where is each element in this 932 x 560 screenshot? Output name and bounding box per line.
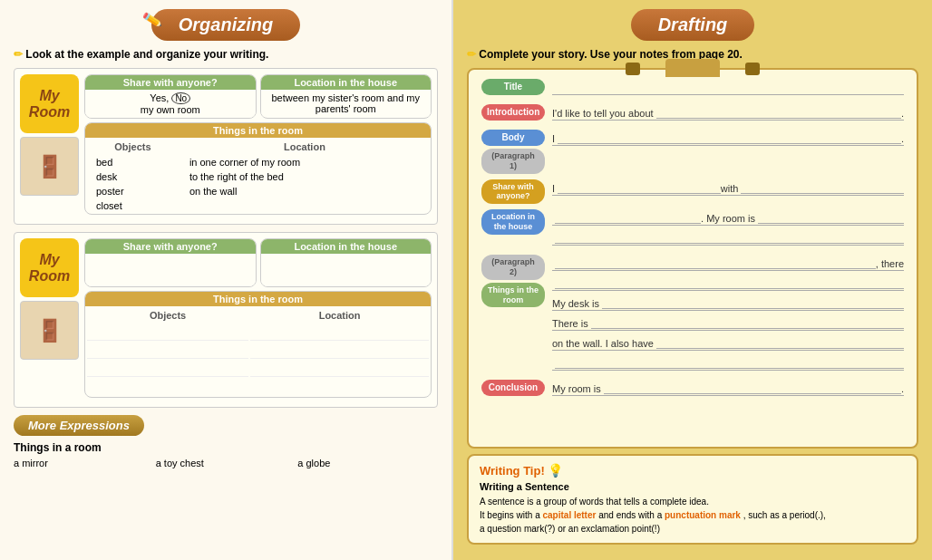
share-fill2 [741,182,904,194]
share-row: Share with anyone? I with [481,179,904,205]
my-room-badge-practice: My Room [20,238,79,297]
para2-fill1 [555,257,876,269]
title-line[interactable] [552,79,904,95]
list-item: a mirror [14,458,154,468]
location-fill3 [555,232,904,244]
right-panel: Drafting ✏ Complete your story. Use your… [453,0,932,560]
practice-location-box: Location in the house [260,238,432,287]
share-line[interactable]: I with [552,179,904,196]
conclusion-text: My room is [552,383,601,394]
para2-row: (Paragraph 2) Things in the room , there [481,255,904,374]
writing-tip-subtitle: Writing a Sentence [480,481,906,492]
things-header-example: Things in the room [85,123,431,138]
practice-things-table: Objects Location [85,306,431,397]
thereis-fill [591,317,904,329]
conclusion-fill [604,382,901,394]
conclusion-line[interactable]: My room is . [552,380,904,396]
practice-box: My Room 🚪 Share with anyone? Location in… [14,232,438,408]
practice-top: My Room 🚪 Share with anyone? Location in… [20,238,432,398]
practice-location-col: Location [250,308,429,323]
list-item: a toy chest [156,458,296,468]
title-label: Title [481,79,545,95]
location-label: Location in the house [481,209,545,235]
onwall-text: on the wall. I also have [552,338,654,349]
room-illustration-practice: 🚪 [20,301,79,360]
onwall-fill [656,337,904,349]
more-expressions-label: More Expressions [14,415,144,436]
clipboard: Title Introduction I'd like to tell you … [467,68,918,449]
practice-share-content [85,254,256,286]
things-room-example: Things in the room Objects Location bed … [84,122,432,215]
intro-fill [656,107,901,119]
practice-tables: Share with anyone? Location in the house… [84,238,432,398]
body-label-group: Body (Paragraph 1) [481,130,545,174]
writing-tip-title: Writing Tip! 💡 [480,463,906,478]
writing-tip-box: Writing Tip! 💡 Writing a Sentence A sent… [467,454,918,545]
para1-label: (Paragraph 1) [481,149,545,174]
mydesk-line[interactable]: My desk is [552,294,904,311]
expressions-grid: a mirror a toy chest a globe [14,458,438,468]
thereis-line[interactable]: There is [552,314,904,331]
writing-tip-text1: A sentence is a group of words that tell… [480,495,906,508]
instruction-text: ✏ Look at the example and organize your … [14,48,438,61]
conclusion-label: Conclusion [481,380,545,396]
onwall-line[interactable]: on the wall. I also have [552,334,904,351]
intro-label: Introduction [481,104,545,121]
body-i-text: I [552,133,555,144]
organizing-header: ✏️ Organizing [14,9,438,41]
location-fill1 [555,212,701,224]
example-tables: Share with anyone? Yes, No my own room L… [84,74,432,215]
share-line-group: I with [552,179,904,199]
practice-things-section: Things in the room Objects Location [84,291,432,398]
table-row [87,379,429,395]
intro-line[interactable]: I'd like to tell you about . [552,104,904,121]
body-row: Body (Paragraph 1) I . [481,130,904,174]
writing-tip-text3: a question mark(?) or an exclamation poi… [480,522,906,536]
there-text: , there [876,258,904,269]
intro-row: Introduction I'd like to tell you about … [481,104,904,124]
para2-line1[interactable]: , there [552,255,904,271]
table-row [87,361,429,377]
para2-label-group: (Paragraph 2) Things in the room [481,255,545,307]
title-line-group [552,79,904,99]
location-col-header: Location [180,140,429,154]
punctuation-highlight: punctuation mark [665,510,741,520]
para2-line2[interactable] [552,275,904,291]
location-content-example: between my sister's room and my parents'… [261,90,432,117]
body-line1[interactable]: I . [552,130,904,146]
location-header-example: Location in the house [261,75,432,90]
thereis-text: There is [552,318,588,329]
conclusion-line-group: My room is . [552,380,904,400]
pencil-small: ✏ [14,48,23,61]
list-item: a globe [297,458,438,468]
drafting-banner: Drafting [631,9,755,41]
organizing-title: Organizing [179,14,273,34]
location-text: . My room is [701,213,755,224]
location-line2[interactable] [552,229,904,246]
para2-fill2 [555,277,904,289]
practice-share-box: Share with anyone? [84,238,257,287]
mydesk-text: My desk is [552,298,599,309]
example-top: My Room 🚪 Share with anyone? Yes, No my … [20,74,432,215]
practice-location-header: Location in the house [261,239,432,254]
share-box-example: Share with anyone? Yes, No my own room [84,74,257,119]
more-expressions-section: More Expressions Things in a room a mirr… [14,415,438,468]
example-box: My Room 🚪 Share with anyone? Yes, No my … [14,68,438,225]
practice-share-header: Share with anyone? [85,239,256,254]
table-row: desk to the right of the bed [87,170,429,183]
table-row: bed in one corner of my room [87,156,429,169]
share-content-example: Yes, No my own room [85,90,256,118]
intro-text: I'd like to tell you about [552,108,654,119]
location-box-example: Location in the house between my sister'… [260,74,432,119]
share-location-row: Share with anyone? Yes, No my own room L… [84,74,432,119]
things-table-example: Objects Location bed in one corner of my… [85,138,431,214]
room-illustration-example: 🚪 [20,137,79,196]
mydesk-fill [602,297,904,309]
clip-right [745,63,760,75]
location-line1[interactable]: . My room is [552,209,904,226]
share-fill1 [558,182,721,194]
onwall-line2[interactable] [552,354,904,371]
location-fill2 [758,212,904,224]
with-text: with [721,183,739,194]
para2-label: (Paragraph 2) [481,255,545,280]
